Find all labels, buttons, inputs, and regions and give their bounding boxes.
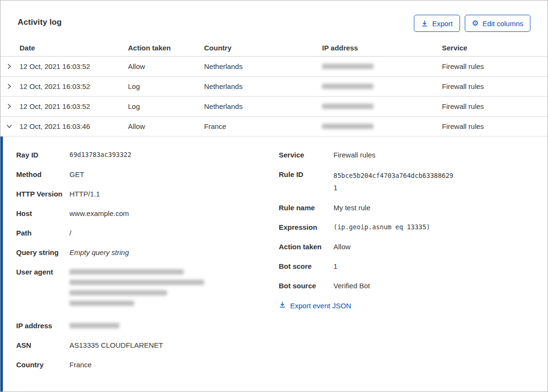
collapse-row-button[interactable] [0,117,18,136]
detail-field-asn: ASN AS13335 CLOUDFLARENET [16,340,279,350]
column-header-date: Date [18,44,126,52]
cell-service: Firewall rules [440,82,548,90]
column-header-service: Service [440,44,548,52]
chevron-right-icon [6,63,12,69]
detail-field-country: Country France [16,360,279,370]
cell-service: Firewall rules [440,62,548,70]
expand-row-button[interactable] [0,57,18,76]
cell-action-taken: Allow [126,62,202,70]
detail-field-query-string: Query string Empty query string [16,247,279,257]
detail-field-http-version: HTTP Version HTTP/1.1 [16,189,279,199]
column-header-country: Country [202,44,320,52]
action-taken-value: Allow [333,242,351,252]
cell-country: Netherlands [202,102,320,110]
cell-service: Firewall rules [440,102,548,110]
detail-field-method: Method GET [16,169,279,179]
gear-icon: ⚙︎ [472,20,479,27]
detail-field-rule-name: Rule name My test rule [279,203,548,213]
redacted-ip [322,84,373,89]
export-event-json-link[interactable]: Export event JSON [279,301,548,310]
detail-field-host: Host www.example.com [16,208,279,218]
chevron-right-icon [6,103,12,109]
edit-columns-button-label: Edit columns [482,20,523,28]
service-value: Firewall rules [333,150,375,160]
cell-action-taken: Log [126,82,202,90]
download-icon [279,301,286,310]
cell-country: France [202,122,320,130]
edit-columns-button[interactable]: ⚙︎ Edit columns [465,15,530,32]
export-event-json-label: Export event JSON [290,302,351,310]
table-row: 12 Oct, 2021 16:03:52 Log Netherlands Fi… [0,97,548,117]
detail-field-bot-score: Bot score 1 [279,261,548,271]
rule-id-value: 85bce5b204cf4703a764dcb633886291 [333,169,453,194]
column-header-action-taken: Action taken [126,44,202,52]
cell-date: 12 Oct, 2021 16:03:52 [18,82,126,90]
cell-date: 12 Oct, 2021 16:03:52 [18,102,126,110]
activity-log-panel: Activity log Export ⚙︎ Edit columns Date… [0,0,548,392]
cell-action-taken: Allow [126,122,202,130]
cell-country: Netherlands [202,62,320,70]
toolbar: Export ⚙︎ Edit columns [414,15,530,32]
bot-source-value: Verified Bot [333,281,370,291]
host-value: www.example.com [69,208,129,218]
detail-field-rule-id: Rule ID 85bce5b204cf4703a764dcb633886291 [279,169,548,193]
table-row: 12 Oct, 2021 16:03:52 Log Netherlands Fi… [0,77,548,97]
export-button[interactable]: Export [414,15,460,32]
expand-row-button[interactable] [0,77,18,96]
path-value: / [69,228,71,238]
panel-header: Activity log Export ⚙︎ Edit columns [0,0,548,32]
detail-field-ip-address: IP address [16,321,279,331]
export-button-label: Export [432,20,452,28]
event-detail-panel: Ray ID 69d13783ac393322 Method GET HTTP … [0,137,548,392]
detail-field-user-agent: User agent [16,267,279,311]
cell-ip-redacted [320,104,440,109]
detail-right-column: Service Firewall rules Rule ID 85bce5b20… [279,150,548,392]
redacted-user-agent [69,267,204,311]
cell-ip-redacted [320,64,440,69]
table-row: 12 Oct, 2021 16:03:52 Allow Netherlands … [0,57,548,77]
redacted-ip [69,321,119,331]
cell-ip-redacted [320,124,440,129]
cell-action-taken: Log [126,102,202,110]
detail-left-column: Ray ID 69d13783ac393322 Method GET HTTP … [16,150,279,392]
detail-field-path: Path / [16,228,279,238]
method-value: GET [69,169,84,179]
detail-field-expression: Expression (ip.geoip.asnum eq 13335) [279,222,548,232]
chevron-down-icon [6,123,12,129]
expand-row-button[interactable] [0,97,18,116]
detail-field-service: Service Firewall rules [279,150,548,160]
asn-value: AS13335 CLOUDFLARENET [69,340,163,350]
redacted-ip [322,104,373,109]
redacted-ip [322,124,373,129]
table-row-expanded: 12 Oct, 2021 16:03:46 Allow France Firew… [0,117,548,137]
http-version-value: HTTP/1.1 [69,189,100,199]
query-string-value: Empty query string [69,247,129,257]
detail-field-action-taken: Action taken Allow [279,242,548,252]
download-icon [421,20,428,27]
detail-field-ray-id: Ray ID 69d13783ac393322 [16,150,279,160]
cell-ip-redacted [320,84,440,89]
ray-id-value: 69d13783ac393322 [69,150,131,160]
bot-score-value: 1 [333,261,337,271]
chevron-right-icon [6,83,12,89]
redacted-ip [322,64,373,69]
country-value: France [69,360,92,370]
cell-country: Netherlands [202,82,320,90]
cell-date: 12 Oct, 2021 16:03:46 [18,122,126,130]
cell-service: Firewall rules [440,122,548,130]
column-header-ip-address: IP address [320,44,440,52]
rule-name-value: My test rule [333,203,371,213]
cell-date: 12 Oct, 2021 16:03:52 [18,62,126,70]
page-title: Activity log [18,18,62,27]
detail-field-bot-source: Bot source Verified Bot [279,281,548,291]
table-header-row: Date Action taken Country IP address Ser… [0,32,548,57]
expression-value: (ip.geoip.asnum eq 13335) [333,222,430,232]
